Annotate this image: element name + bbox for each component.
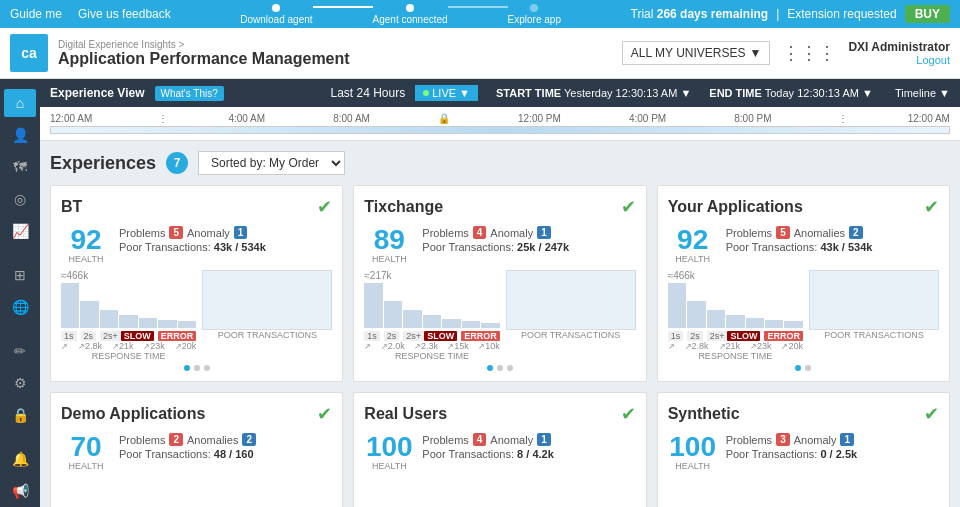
lbl-group-left: 1s 2s 2s+ <box>668 331 728 341</box>
val-4: ↗23k <box>750 341 772 351</box>
lbl-2s: 2s <box>81 331 97 341</box>
sidebar-item-home[interactable]: ⌂ <box>4 89 36 117</box>
bar <box>784 321 802 328</box>
card-bt-right-chart <box>202 270 332 330</box>
sidebar-item-layers[interactable]: ⊞ <box>4 261 36 289</box>
lbl-group-left: 1s 2s 2s+ <box>364 331 424 341</box>
sidebar-item-globe[interactable]: 🌐 <box>4 293 36 321</box>
sidebar-item-edit[interactable]: ✏ <box>4 337 36 365</box>
timeline-bar[interactable] <box>50 126 950 134</box>
card-your-apps-health-num: 92 <box>668 226 718 254</box>
bar <box>403 310 421 328</box>
sidebar: ⌂ 👤 🗺 ◎ 📈 ⊞ 🌐 ✏ ⚙ 🔒 🔔 📢 💬 ? <box>0 79 40 507</box>
card-demo-apps-title: Demo Applications <box>61 405 205 423</box>
card-demo-apps-anomaly-label: Anomalies <box>187 434 238 446</box>
sort-select[interactable]: Sorted by: My Order <box>198 151 345 175</box>
sidebar-item-map[interactable]: 🗺 <box>4 153 36 181</box>
card-bt-health-num: 92 <box>61 226 111 254</box>
dot-2 <box>194 365 200 371</box>
sidebar-item-user[interactable]: 👤 <box>4 121 36 149</box>
bar <box>707 310 725 328</box>
card-synthetic-health-num: 100 <box>668 433 718 461</box>
bar <box>687 301 705 328</box>
card-real-users-chart-area <box>364 477 635 507</box>
card-synthetic-problems-row: Problems 3 Anomaly 1 <box>726 433 939 446</box>
bar <box>158 320 176 328</box>
universe-select[interactable]: ALL MY UNIVERSES ▼ <box>622 41 771 65</box>
sidebar-item-settings[interactable]: ⚙ <box>4 369 36 397</box>
card-synthetic-header: Synthetic ✔ <box>668 403 939 425</box>
sidebar-item-bell[interactable]: 🔔 <box>4 445 36 473</box>
sidebar-item-chart[interactable]: 📈 <box>4 217 36 245</box>
lbl-slow: SLOW <box>424 331 457 341</box>
card-tixchange-problems-row: Problems 4 Anomaly 1 <box>422 226 635 239</box>
card-bt-anomaly-label: Anomaly <box>187 227 230 239</box>
card-bt-stats: 92 HEALTH Problems 5 Anomaly 1 Poor <box>61 226 332 264</box>
buy-button[interactable]: BUY <box>905 5 950 23</box>
card-bt-health: 92 HEALTH <box>61 226 111 264</box>
card-your-apps-header: Your Applications ✔ <box>668 196 939 218</box>
card-tixchange-chart-left: ≈217k <box>364 270 499 361</box>
val-2: ↗2.8k <box>685 341 709 351</box>
val-5: ↗20k <box>781 341 803 351</box>
val-1: ↗ <box>364 341 371 351</box>
card-tixchange-mini-chart <box>364 283 499 328</box>
card-your-apps-stats-info: Problems 5 Anomalies 2 Poor Transactions… <box>726 226 939 253</box>
lbl-2splus: 2s+ <box>707 331 728 341</box>
card-tixchange-health-num: 89 <box>364 226 414 254</box>
card-demo-apps-problems-badge: 2 <box>169 433 183 446</box>
grid-icon[interactable]: ⋮⋮⋮ <box>782 42 836 64</box>
whats-this-button[interactable]: What's This? <box>155 86 224 101</box>
content-area: Experience View What's This? Last 24 Hou… <box>40 79 960 507</box>
chevron-down-icon: ▼ <box>750 46 762 60</box>
timeline-button[interactable]: Timeline ▼ <box>895 87 950 99</box>
card-bt-chart-right: POOR TRANSACTIONS <box>202 270 332 361</box>
logout-link[interactable]: Logout <box>848 54 950 66</box>
val-3: ↗21k <box>719 341 741 351</box>
separator: | <box>776 7 779 21</box>
val-5: ↗10k <box>478 341 500 351</box>
live-dot <box>423 90 429 96</box>
live-button[interactable]: LIVE ▼ <box>415 85 478 101</box>
lbl-slow: SLOW <box>727 331 760 341</box>
card-demo-apps-stats: 70 HEALTH Problems 2 Anomalies 2 Po <box>61 433 332 471</box>
lbl-group-right: SLOW ERROR <box>727 331 803 341</box>
val-5: ↗20k <box>175 341 197 351</box>
step2-label: Agent connected <box>373 14 448 25</box>
card-synthetic-problems-label: Problems <box>726 434 772 446</box>
card-your-apps-anomaly-label: Anomalies <box>794 227 845 239</box>
card-tixchange-stats-info: Problems 4 Anomaly 1 Poor Transactions: … <box>422 226 635 253</box>
card-bt-chart-left: ≈466k <box>61 270 196 361</box>
step3-dot <box>530 4 538 12</box>
card-tixchange-chart-right: POOR TRANSACTIONS <box>506 270 636 361</box>
lbl-2splus: 2s+ <box>403 331 424 341</box>
lbl-error: ERROR <box>764 331 803 341</box>
card-tixchange-problems-badge: 4 <box>473 226 487 239</box>
app-title: Application Performance Management <box>58 50 350 68</box>
card-tixchange-health: 89 HEALTH <box>364 226 414 264</box>
lbl-error: ERROR <box>158 331 197 341</box>
val-1: ↗ <box>668 341 675 351</box>
header-right: ALL MY UNIVERSES ▼ ⋮⋮⋮ DXI Administrator… <box>622 40 950 66</box>
sidebar-item-circle[interactable]: ◎ <box>4 185 36 213</box>
bar <box>139 318 157 328</box>
bar <box>119 315 137 328</box>
card-bt-poor-trans: Poor Transactions: 43k / 534k <box>119 241 332 253</box>
experiences-header: Experiences 7 Sorted by: My Order <box>50 151 950 175</box>
sidebar-item-broadcast[interactable]: 📢 <box>4 477 36 505</box>
bar <box>178 321 196 328</box>
card-tixchange-right-chart <box>506 270 636 330</box>
guide-me-link[interactable]: Guide me <box>10 7 62 21</box>
card-demo-apps-health: 70 HEALTH <box>61 433 111 471</box>
card-bt-bottom-labels: 1s 2s 2s+ SLOW ERROR <box>61 331 196 341</box>
resp-time-label: RESPONSE TIME <box>364 351 499 361</box>
sidebar-item-lock[interactable]: 🔒 <box>4 401 36 429</box>
main-content: Experiences 7 Sorted by: My Order BT ✔ 9… <box>40 141 960 507</box>
card-bt-problems-row: Problems 5 Anomaly 1 <box>119 226 332 239</box>
feedback-link[interactable]: Give us feedback <box>78 7 171 21</box>
card-your-apps-bottom-labels: 1s 2s 2s+ SLOW ERROR <box>668 331 803 341</box>
lbl-group-right: SLOW ERROR <box>424 331 500 341</box>
card-your-apps-chart-left: ≈466k <box>668 270 803 361</box>
card-real-users-problems-badge: 4 <box>473 433 487 446</box>
card-your-apps-stats: 92 HEALTH Problems 5 Anomalies 2 Po <box>668 226 939 264</box>
